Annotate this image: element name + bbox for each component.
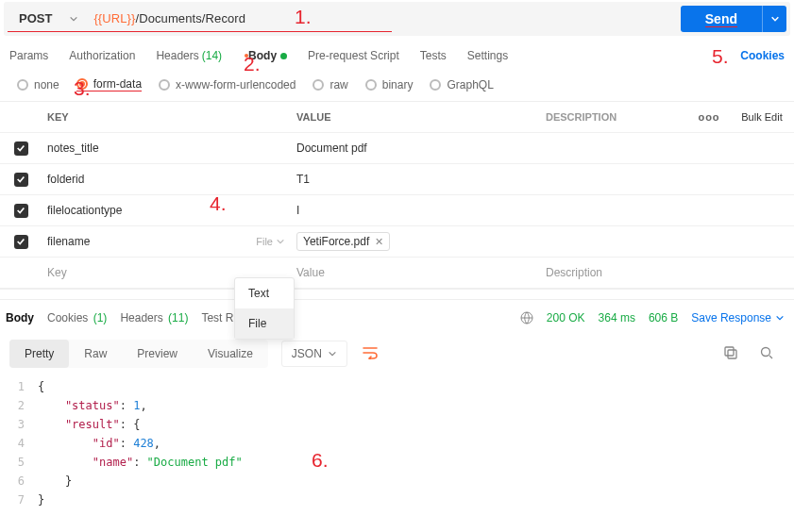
tab-settings[interactable]: Settings: [467, 49, 508, 62]
tab-authorization[interactable]: Authorization: [69, 49, 135, 62]
send-group: Send: [681, 6, 786, 32]
radio-raw[interactable]: raw: [313, 78, 347, 91]
col-description: DESCRIPTION: [540, 111, 688, 123]
desc-input[interactable]: Description: [540, 266, 688, 279]
request-tabs: Params Authorization Headers (14) Body P…: [0, 36, 794, 68]
type-popup: Text File: [234, 277, 295, 340]
more-options[interactable]: ooo: [688, 111, 730, 123]
popup-text[interactable]: Text: [235, 278, 294, 308]
table-row: filelocationtype I: [0, 195, 794, 226]
file-name: YetiForce.pdf: [303, 235, 369, 248]
table-row: filename File YetiForce.pdf ✕: [0, 226, 794, 258]
save-response[interactable]: Save Response: [691, 311, 785, 324]
body-type-radios: none form-data x-www-form-urlencoded raw…: [0, 68, 794, 101]
grid-header: KEY VALUE DESCRIPTION ooo Bulk Edit: [0, 102, 794, 133]
value-cell[interactable]: Document pdf: [291, 141, 540, 155]
search-icon[interactable]: [760, 346, 773, 362]
tab-headers[interactable]: Headers (14): [156, 49, 222, 62]
svg-rect-1: [728, 350, 736, 358]
row-checkbox[interactable]: [14, 141, 28, 156]
response-time: 364 ms: [599, 311, 635, 324]
radio-icon: [430, 79, 441, 91]
globe-icon[interactable]: [520, 311, 533, 324]
remove-file-icon[interactable]: ✕: [375, 236, 383, 248]
col-key: KEY: [42, 111, 291, 123]
value-input[interactable]: Value: [291, 266, 540, 279]
radio-icon: [313, 79, 324, 91]
chevron-down-icon: [69, 14, 78, 24]
bulk-edit[interactable]: Bulk Edit: [730, 111, 794, 123]
row-checkbox[interactable]: [14, 235, 28, 249]
lang-select[interactable]: JSON: [281, 341, 347, 367]
popup-file[interactable]: File: [235, 308, 294, 339]
chevron-down-icon: [328, 349, 337, 358]
resp-tab-body[interactable]: Body: [6, 311, 34, 324]
value-cell[interactable]: T1: [291, 173, 540, 186]
copy-icon[interactable]: [724, 346, 737, 362]
row-checkbox[interactable]: [14, 173, 28, 187]
key-cell[interactable]: folderid: [42, 173, 291, 186]
value-cell[interactable]: I: [291, 204, 540, 217]
request-bar: POST {{URL}}/Documents/Record Send: [4, 2, 790, 36]
send-dropdown[interactable]: [762, 6, 786, 32]
view-tabs: Pretty Raw Preview Visualize JSON: [0, 334, 794, 374]
radio-binary[interactable]: binary: [365, 78, 414, 91]
formdata-grid: KEY VALUE DESCRIPTION ooo Bulk Edit note…: [0, 101, 794, 290]
response-tabs: Body Cookies (1) Headers (11) Test Resul…: [0, 299, 794, 334]
status-code: 200 OK: [547, 311, 585, 324]
file-chip: YetiForce.pdf ✕: [296, 232, 390, 251]
view-preview[interactable]: Preview: [122, 340, 193, 368]
row-checkbox[interactable]: [14, 204, 28, 218]
value-cell[interactable]: YetiForce.pdf ✕: [291, 232, 540, 251]
chevron-down-icon: [775, 313, 785, 323]
key-type-select[interactable]: File: [256, 236, 285, 247]
key-cell[interactable]: notes_title: [42, 141, 291, 155]
chevron-down-icon: [770, 14, 780, 24]
radio-icon: [17, 79, 28, 91]
cookies-link[interactable]: Cookies: [740, 49, 785, 62]
chevron-down-icon: [276, 237, 285, 246]
response-body[interactable]: 1{ 2 "status": 1, 3 "result": { 4 "id": …: [0, 374, 794, 517]
key-cell[interactable]: filelocationtype: [42, 204, 291, 217]
body-active-icon: [280, 53, 287, 59]
tab-body[interactable]: Body: [243, 49, 287, 62]
view-visualize[interactable]: Visualize: [193, 340, 268, 368]
send-button[interactable]: Send: [681, 6, 762, 32]
view-raw[interactable]: Raw: [69, 340, 122, 368]
radio-formdata[interactable]: form-data: [76, 77, 142, 91]
table-row: folderid T1: [0, 164, 794, 195]
radio-urlencoded[interactable]: x-www-form-urlencoded: [159, 78, 296, 91]
url-path: /Documents/Record: [135, 11, 245, 25]
key-cell[interactable]: filename File: [42, 235, 291, 248]
radio-icon: [365, 79, 377, 91]
tab-prerequest[interactable]: Pre-request Script: [308, 49, 399, 62]
table-row: notes_title Document pdf: [0, 133, 794, 164]
url-variable: {{URL}}: [93, 11, 135, 25]
svg-point-3: [762, 347, 770, 356]
method-select[interactable]: POST: [8, 6, 84, 32]
col-value: VALUE: [291, 111, 540, 123]
resp-tab-cookies[interactable]: Cookies (1): [47, 311, 107, 324]
radio-graphql[interactable]: GraphQL: [430, 78, 493, 91]
tab-params[interactable]: Params: [9, 49, 48, 62]
radio-icon: [76, 78, 88, 90]
tab-tests[interactable]: Tests: [420, 49, 447, 62]
table-row-empty: Key Value Description: [0, 258, 794, 289]
radio-none[interactable]: none: [17, 78, 59, 91]
url-input[interactable]: {{URL}}/Documents/Record: [84, 6, 392, 32]
response-size: 606 B: [649, 311, 678, 324]
svg-rect-2: [725, 347, 734, 356]
radio-icon: [159, 79, 170, 91]
resp-tab-headers[interactable]: Headers (11): [120, 311, 188, 324]
view-pretty[interactable]: Pretty: [9, 340, 69, 368]
wrap-lines-icon[interactable]: [357, 341, 383, 368]
method-label: POST: [19, 11, 52, 25]
